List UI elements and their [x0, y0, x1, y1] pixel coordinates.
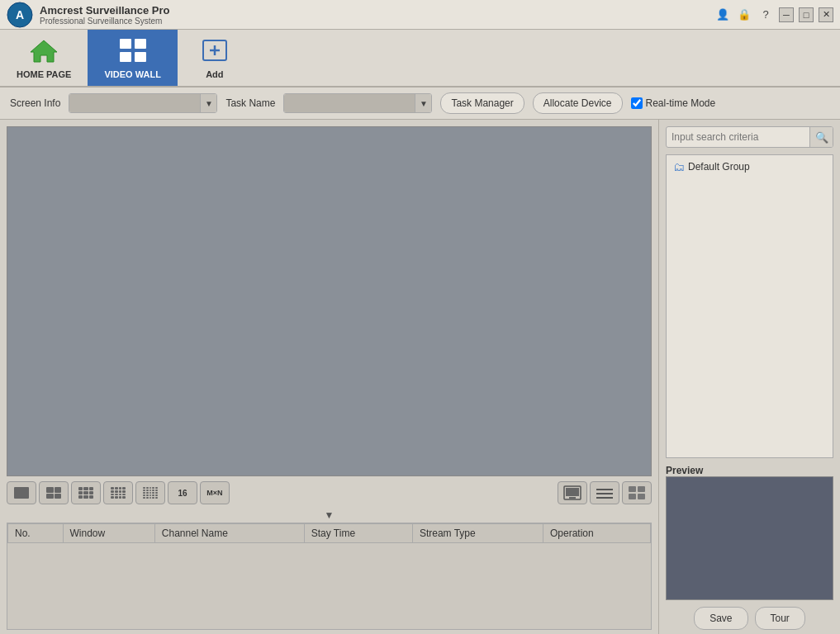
layout-1x1-button[interactable] — [7, 481, 36, 504]
help-icon[interactable]: ? — [757, 7, 774, 23]
svg-rect-12 — [569, 497, 576, 499]
right-panel: 🔍 🗂 Default Group Preview Save Tour — [658, 120, 840, 634]
footer-buttons: Save Tour — [666, 607, 833, 630]
col-stay-time: Stay Time — [304, 524, 412, 543]
nav-home[interactable]: HOME PAGE — [0, 30, 88, 86]
svg-rect-14 — [596, 493, 613, 494]
titlebar-controls: 👤 🔒 ? ─ □ ✕ — [714, 7, 833, 23]
table-header-row: No. Window Channel Name Stay Time Stream… — [8, 524, 651, 543]
svg-rect-17 — [638, 486, 645, 492]
nav-videowall-label: VIDEO WALL — [104, 69, 160, 79]
task-name-input[interactable] — [284, 94, 415, 112]
app-title: Amcrest Surveillance Pro — [40, 4, 170, 17]
realtime-mode-checkbox[interactable] — [631, 97, 643, 109]
col-channel-name: Channel Name — [154, 524, 304, 543]
svg-rect-13 — [596, 489, 613, 490]
preview-box — [666, 476, 833, 600]
close-button[interactable]: ✕ — [819, 7, 833, 22]
svg-marker-2 — [31, 40, 57, 62]
layout-4x4-button[interactable] — [103, 481, 133, 504]
svg-rect-5 — [120, 52, 131, 62]
svg-rect-15 — [596, 497, 613, 499]
layout-toolbar: 16 M×N — [7, 476, 652, 509]
folder-icon: 🗂 — [673, 160, 685, 173]
task-name-arrow[interactable]: ▼ — [415, 94, 431, 112]
allocate-device-button[interactable]: Allocate Device — [533, 92, 623, 114]
save-button[interactable]: Save — [694, 607, 747, 630]
screen-info-dropdown[interactable]: ▼ — [69, 93, 217, 113]
preview-label: Preview — [666, 465, 833, 476]
svg-rect-18 — [629, 494, 636, 499]
preview-section: Preview — [666, 465, 833, 600]
expand-arrow-icon: ▼ — [7, 509, 652, 523]
col-stream-type: Stream Type — [412, 524, 543, 543]
titlebar-left: A Amcrest Surveillance Pro Professional … — [7, 2, 170, 28]
add-icon — [200, 37, 230, 66]
tree-item-default-group[interactable]: 🗂 Default Group — [670, 158, 829, 175]
layout-16-button[interactable]: 16 — [168, 481, 197, 504]
screen-layout-button[interactable] — [558, 481, 587, 504]
svg-rect-3 — [120, 39, 131, 49]
svg-rect-19 — [638, 494, 645, 499]
col-operation: Operation — [543, 524, 651, 543]
toolbar: Screen Info ▼ Task Name ▼ Task Manager A… — [0, 88, 840, 120]
svg-text:A: A — [16, 8, 24, 21]
navbar: HOME PAGE VIDEO WALL Add — [0, 30, 840, 88]
task-name-label: Task Name — [225, 97, 275, 109]
realtime-mode-checkbox-group: Real-time Mode — [631, 97, 716, 109]
left-panel: 16 M×N — [0, 120, 658, 634]
maximize-button[interactable]: □ — [799, 7, 814, 22]
device-tree: 🗂 Default Group — [666, 154, 833, 458]
search-box: 🔍 — [666, 126, 833, 148]
svg-rect-4 — [135, 39, 146, 49]
videowall-display — [7, 126, 652, 476]
search-button[interactable]: 🔍 — [809, 127, 833, 147]
col-no: No. — [8, 524, 64, 543]
nav-videowall[interactable]: VIDEO WALL — [88, 30, 177, 86]
main-content: 16 M×N — [0, 120, 840, 634]
home-icon — [29, 37, 59, 66]
layout-3x3-button[interactable] — [71, 481, 101, 504]
channel-table: No. Window Channel Name Stay Time Stream… — [7, 523, 651, 543]
nav-add-label: Add — [206, 69, 223, 79]
tree-item-label: Default Group — [688, 161, 750, 173]
screen-info-label: Screen Info — [10, 97, 60, 109]
nav-add[interactable]: Add — [178, 30, 252, 86]
user-icon[interactable]: 👤 — [714, 7, 731, 23]
layout-buttons: 16 M×N — [7, 481, 230, 504]
channel-table-container: No. Window Channel Name Stay Time Stream… — [7, 523, 652, 630]
col-window: Window — [63, 524, 154, 543]
layout-mxn-button[interactable]: M×N — [200, 481, 230, 504]
app-logo: A — [7, 2, 33, 28]
app-subtitle: Professional Surveillance System — [40, 17, 170, 26]
svg-rect-16 — [629, 486, 636, 492]
videowall-icon — [118, 37, 148, 66]
task-name-dropdown[interactable]: ▼ — [283, 93, 432, 113]
tour-button[interactable]: Tour — [755, 607, 805, 630]
screen-info-input[interactable] — [69, 94, 200, 112]
titlebar: A Amcrest Surveillance Pro Professional … — [0, 0, 840, 30]
search-input[interactable] — [667, 131, 809, 143]
screen-info-arrow[interactable]: ▼ — [200, 94, 216, 112]
layout-2x2-button[interactable] — [39, 481, 69, 504]
layout-5x5-button[interactable] — [135, 481, 165, 504]
lock-icon[interactable]: 🔒 — [736, 7, 752, 23]
nav-home-label: HOME PAGE — [17, 69, 71, 79]
minimize-button[interactable]: ─ — [779, 7, 794, 22]
task-manager-button[interactable]: Task Manager — [440, 92, 524, 114]
app-title-block: Amcrest Surveillance Pro Professional Su… — [40, 4, 170, 26]
svg-rect-6 — [135, 52, 146, 62]
svg-rect-11 — [566, 488, 579, 496]
divider-button[interactable] — [590, 481, 619, 504]
layout-right-buttons — [558, 481, 652, 504]
realtime-mode-label: Real-time Mode — [646, 97, 716, 109]
expand-button[interactable] — [622, 481, 652, 504]
